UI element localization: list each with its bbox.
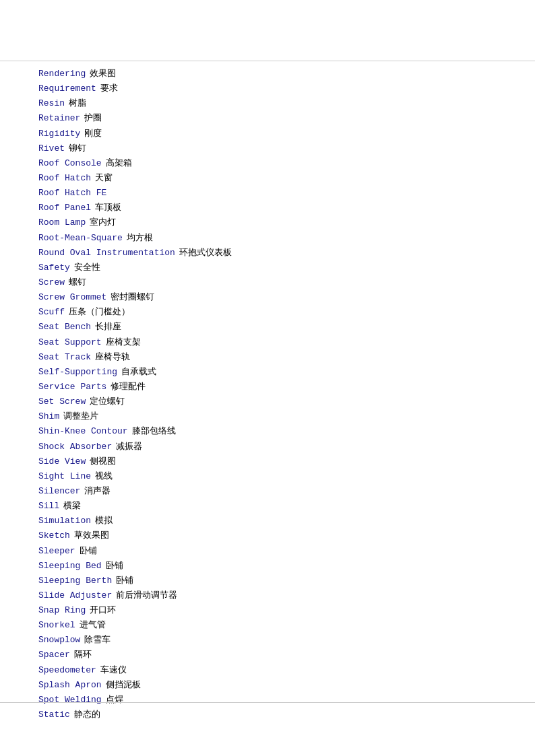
term-row: Seat Support座椅支架 — [38, 336, 497, 349]
term-english: Seat Bench — [38, 320, 91, 334]
term-english: Sketch — [38, 529, 70, 543]
term-chinese: 侧挡泥板 — [106, 679, 141, 692]
term-english: Splash Apron — [38, 679, 102, 692]
term-row: Set Screw定位螺钉 — [38, 395, 497, 409]
term-row: Rigidity刚度 — [38, 127, 497, 141]
term-row: Speedometer车速仪 — [38, 664, 497, 677]
term-row: Roof Hatch天窗 — [38, 172, 497, 185]
term-chinese: 静态的 — [74, 708, 100, 722]
term-english: Roof Console — [38, 157, 102, 170]
term-english: Seat Track — [38, 351, 91, 364]
term-row: Requirement要求 — [38, 82, 497, 96]
term-chinese: 膝部包络线 — [132, 425, 176, 438]
term-chinese: 模拟 — [95, 514, 113, 528]
term-chinese: 长排座 — [95, 320, 121, 334]
term-english: Set Screw — [38, 395, 86, 409]
term-english: Round Oval Instrumentation — [38, 246, 175, 260]
term-row: Service Parts修理配件 — [38, 380, 497, 394]
term-english: Scuff — [38, 306, 65, 319]
term-row: Snorkel进气管 — [38, 619, 497, 632]
term-english: Rigidity — [38, 127, 80, 141]
term-chinese: 刚度 — [84, 127, 102, 141]
term-english: Self-Supporting — [38, 366, 117, 379]
term-chinese: 车顶板 — [95, 201, 121, 215]
term-row: Sleeper卧铺 — [38, 545, 497, 558]
term-chinese: 压条（门槛处） — [69, 306, 130, 319]
page: Rendering效果图Requirement要求Resin树脂Retainer… — [0, 0, 535, 756]
term-chinese: 卧铺 — [106, 559, 123, 573]
term-english: Retainer — [38, 112, 80, 125]
term-row: Sight Line视线 — [38, 470, 497, 483]
term-english: Sill — [38, 500, 59, 513]
term-english: Sleeping Bed — [38, 559, 102, 573]
term-english: Simulation — [38, 514, 91, 528]
term-english: Screw — [38, 276, 65, 289]
term-row: Snap Ring开口环 — [38, 604, 497, 617]
term-chinese: 点焊 — [106, 693, 123, 707]
term-row: Seat Track座椅导轨 — [38, 351, 497, 364]
term-chinese: 螺钉 — [69, 276, 86, 289]
term-chinese: 密封圈螺钉 — [111, 291, 154, 304]
term-row: Splash Apron侧挡泥板 — [38, 679, 497, 692]
term-chinese: 卧铺 — [116, 574, 133, 588]
term-chinese: 前后滑动调节器 — [116, 589, 177, 603]
term-chinese: 护圈 — [84, 112, 102, 125]
term-chinese: 均方根 — [127, 232, 153, 245]
term-row: Silencer消声器 — [38, 485, 497, 498]
term-chinese: 进气管 — [80, 619, 106, 632]
term-row: Static静态的 — [38, 708, 497, 722]
term-english: Slide Adjuster — [38, 589, 112, 603]
term-row: Shock Absorber减振器 — [38, 440, 497, 454]
term-row: Side View侧视图 — [38, 455, 497, 469]
term-chinese: 天窗 — [95, 172, 113, 185]
term-row: Seat Bench长排座 — [38, 320, 497, 334]
term-english: Rendering — [38, 67, 86, 81]
term-english: Roof Hatch FE — [38, 186, 106, 200]
term-chinese: 室内灯 — [90, 216, 116, 230]
term-english: Snorkel — [38, 619, 75, 632]
term-row: Root-Mean-Square均方根 — [38, 232, 497, 245]
bottom-border — [0, 702, 535, 703]
term-chinese: 修理配件 — [111, 380, 146, 394]
term-chinese: 横梁 — [63, 500, 81, 513]
term-english: Spot Welding — [38, 693, 102, 707]
term-chinese: 安全性 — [74, 261, 100, 275]
term-english: Spacer — [38, 648, 70, 662]
term-row: Sill横梁 — [38, 500, 497, 513]
term-chinese: 效果图 — [90, 67, 116, 81]
term-english: Shim — [38, 410, 59, 423]
term-row: Shin-Knee Contour膝部包络线 — [38, 425, 497, 438]
term-english: Service Parts — [38, 380, 106, 394]
term-row: Sleeping Bed卧铺 — [38, 559, 497, 573]
term-chinese: 树脂 — [69, 97, 86, 110]
term-chinese: 调整垫片 — [63, 410, 98, 423]
term-chinese: 消声器 — [84, 485, 111, 498]
term-english: Seat Support — [38, 336, 102, 349]
term-row: Round Oval Instrumentation环抱式仪表板 — [38, 246, 497, 260]
term-chinese: 车速仪 — [100, 664, 127, 677]
term-chinese: 座椅导轨 — [95, 351, 130, 364]
term-english: Snowplow — [38, 633, 80, 647]
term-chinese: 除雪车 — [84, 633, 111, 647]
term-row: Roof Hatch FE — [38, 186, 497, 200]
term-row: Shim调整垫片 — [38, 410, 497, 423]
term-row: Screw螺钉 — [38, 276, 497, 289]
term-chinese: 自承载式 — [121, 366, 156, 379]
term-english: Room Lamp — [38, 216, 86, 230]
term-english: Sleeping Berth — [38, 574, 112, 588]
content: Rendering效果图Requirement要求Resin树脂Retainer… — [0, 0, 535, 756]
term-row: Roof Panel车顶板 — [38, 201, 497, 215]
term-english: Safety — [38, 261, 70, 275]
term-row: Simulation模拟 — [38, 514, 497, 528]
term-row: Room Lamp室内灯 — [38, 216, 497, 230]
term-row: Snowplow除雪车 — [38, 633, 497, 647]
term-row: Retainer护圈 — [38, 112, 497, 125]
term-chinese: 侧视图 — [90, 455, 116, 469]
term-chinese: 减振器 — [116, 440, 142, 454]
term-english: Sleeper — [38, 545, 75, 558]
term-row: Self-Supporting自承载式 — [38, 366, 497, 379]
term-english: Resin — [38, 97, 65, 110]
term-english: Roof Panel — [38, 201, 91, 215]
term-row: Spacer隔环 — [38, 648, 497, 662]
term-english: Silencer — [38, 485, 80, 498]
